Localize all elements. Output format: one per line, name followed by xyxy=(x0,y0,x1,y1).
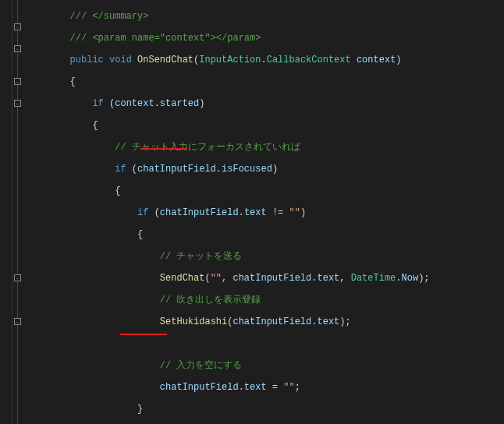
code-area[interactable]: /// </summary> /// <param name="context"… xyxy=(23,0,504,424)
code-line xyxy=(25,338,504,349)
code-line: { xyxy=(25,76,504,87)
annotation-underline xyxy=(140,148,187,150)
code-line: // 吹き出しを表示登録 xyxy=(25,295,504,306)
code-line: // 入力を空にする xyxy=(25,360,504,371)
fold-toggle[interactable]: - xyxy=(14,23,21,30)
code-line: public void OnSendChat(InputAction.Callb… xyxy=(25,55,504,65)
fold-toggle[interactable]: - xyxy=(14,318,21,325)
code-line: // チャット入力にフォーカスされていれば xyxy=(25,142,504,153)
code-line: { xyxy=(25,229,504,240)
code-line: /// </summary> xyxy=(25,11,504,22)
code-line: if (chatInputField.text != "") xyxy=(25,207,504,218)
code-line: chatInputField.text = ""; xyxy=(25,382,504,393)
fold-toggle[interactable]: - xyxy=(14,274,21,281)
gutter xyxy=(0,0,12,424)
code-line: /// <param name="context"></param> xyxy=(25,33,504,44)
code-line: SendChat("", chatInputField.text, DateTi… xyxy=(25,273,504,284)
code-line: // チャットを送る xyxy=(25,251,504,262)
fold-toggle[interactable]: - xyxy=(14,100,21,107)
fold-column: ------ xyxy=(12,0,23,424)
code-editor[interactable]: ------ /// </summary> /// <param name="c… xyxy=(0,0,504,424)
code-line: { xyxy=(25,120,504,131)
code-line: } xyxy=(25,404,504,415)
annotation-underline xyxy=(120,334,167,335)
code-line: { xyxy=(25,186,504,196)
fold-guide xyxy=(17,0,18,424)
fold-toggle[interactable]: - xyxy=(14,78,21,85)
code-line: if (context.started) xyxy=(25,98,504,109)
code-line: if (chatInputField.isFocused) xyxy=(25,164,504,175)
fold-toggle[interactable]: - xyxy=(14,45,21,52)
code-line: SetHukidashi(chatInputField.text); xyxy=(25,316,504,327)
